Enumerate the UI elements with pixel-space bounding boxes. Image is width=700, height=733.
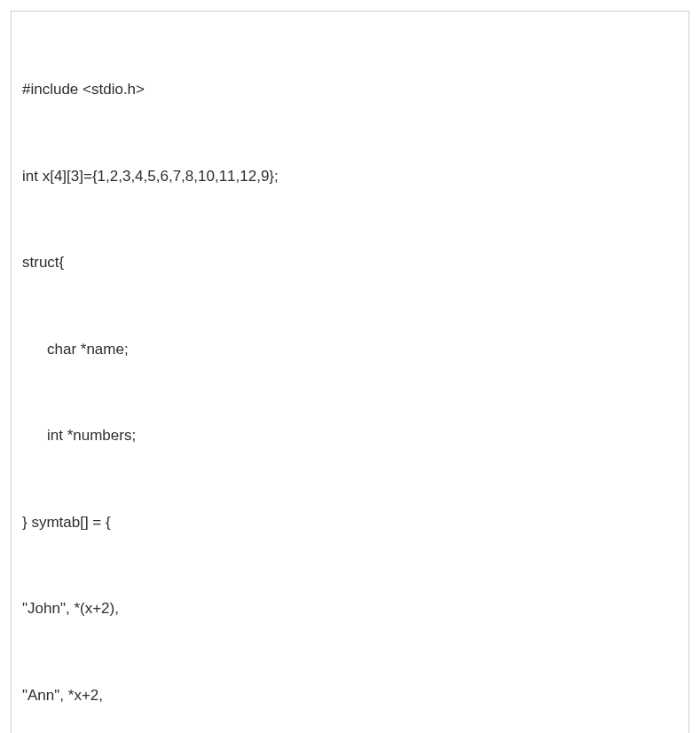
- code-line: struct{: [22, 251, 678, 274]
- code-block-container: #include <stdio.h> int x[4][3]={1,2,3,4,…: [11, 11, 689, 733]
- code-line: char *name;: [22, 338, 678, 361]
- code-line: #include <stdio.h>: [22, 78, 678, 101]
- code-line: "John", *(x+2),: [22, 597, 678, 620]
- code-content: #include <stdio.h> int x[4][3]={1,2,3,4,…: [22, 33, 678, 733]
- code-line: "Ann", *x+2,: [22, 684, 678, 707]
- code-line: } symtab[] = {: [22, 511, 678, 534]
- code-line: int *numbers;: [22, 424, 678, 447]
- code-line: int x[4][3]={1,2,3,4,5,6,7,8,10,11,12,9}…: [22, 165, 678, 188]
